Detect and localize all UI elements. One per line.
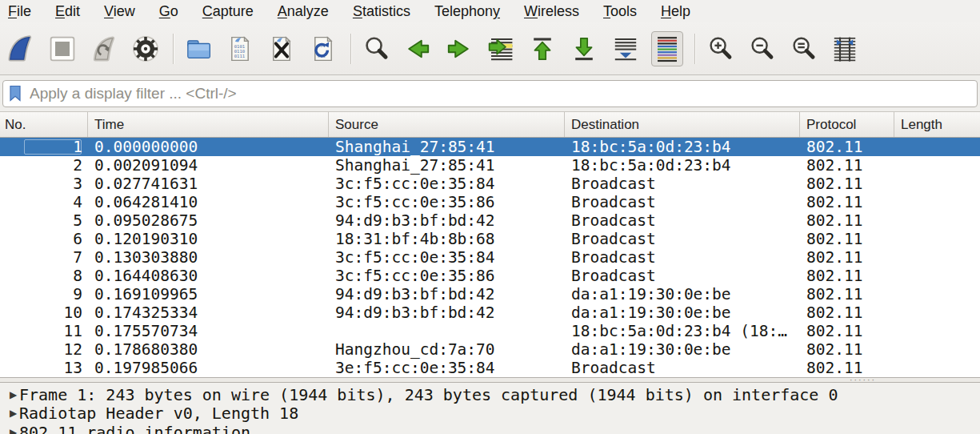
menu-file[interactable]: File <box>8 3 31 20</box>
gear-icon <box>131 34 160 63</box>
close-file-button[interactable] <box>266 31 298 66</box>
capture-options-button[interactable] <box>130 31 162 66</box>
expand-arrow-icon[interactable]: ▶ <box>0 389 19 400</box>
packet-cell-protocol: 802.11 <box>800 156 894 175</box>
packet-cell-protocol: 802.11 <box>800 359 894 377</box>
pane-splitter[interactable]: ······ <box>0 377 980 383</box>
column-header-length[interactable]: Length <box>894 112 980 137</box>
restart-capture-button[interactable] <box>88 31 120 66</box>
packet-cell-time: 0.002091094 <box>88 156 329 175</box>
packet-row[interactable]: 30.0277416313c:f5:cc:0e:35:84Broadcast80… <box>0 175 980 193</box>
packet-cell-destination: 18:bc:5a:0d:23:b4 <box>565 138 800 156</box>
filter-bookmark-icon[interactable] <box>9 85 22 102</box>
detail-row-text: 802.11 radio information <box>19 423 250 434</box>
packet-cell-length <box>894 340 980 359</box>
go-first-button[interactable] <box>526 31 558 66</box>
restart-fin-icon <box>90 34 118 63</box>
column-header-destination[interactable]: Destination <box>565 112 800 137</box>
menu-tools[interactable]: Tools <box>603 3 637 20</box>
packet-cell-protocol: 802.11 <box>800 285 894 303</box>
packet-cell-length <box>894 303 980 322</box>
column-header-protocol[interactable]: Protocol <box>800 112 894 137</box>
folder-icon <box>184 34 213 63</box>
detail-row-radiotap[interactable]: ▶ Radiotap Header v0, Length 18 <box>0 404 980 424</box>
packet-row[interactable]: 130.1979850663e:f5:cc:0e:35:84Broadcast8… <box>0 359 980 377</box>
packet-cell-time: 0.178680380 <box>88 340 329 359</box>
menu-wireless[interactable]: Wireless <box>524 3 579 20</box>
packet-row[interactable]: 80.1644086303c:f5:cc:0e:35:86Broadcast80… <box>0 267 980 285</box>
menu-bar: FileEditViewGoCaptureAnalyzeStatisticsTe… <box>0 0 980 22</box>
stop-capture-button[interactable] <box>46 31 78 66</box>
column-header-source[interactable]: Source <box>329 112 565 137</box>
save-file-button[interactable]: 010101100111 <box>224 31 256 66</box>
menu-go[interactable]: Go <box>159 3 178 20</box>
zoom-100-icon <box>789 34 818 63</box>
colorize-lines-icon <box>653 34 682 63</box>
splitter-handle-icon: ······ <box>850 375 876 385</box>
zoom-in-button[interactable] <box>704 31 736 66</box>
menu-view[interactable]: View <box>104 3 135 20</box>
save-document-icon: 010101100111 <box>226 34 254 63</box>
column-header-no[interactable]: No. <box>0 112 88 137</box>
packet-cell-source: 94:d9:b3:bf:bd:42 <box>329 285 565 303</box>
menu-capture[interactable]: Capture <box>202 3 254 20</box>
packet-cell-length <box>894 193 980 211</box>
packet-cell-destination: Broadcast <box>565 211 800 230</box>
packet-row[interactable]: 40.0642814103c:f5:cc:0e:35:86Broadcast80… <box>0 193 980 211</box>
packet-cell-length <box>894 267 980 285</box>
go-back-button[interactable] <box>402 31 434 66</box>
go-to-packet-button[interactable] <box>485 31 517 66</box>
zoom-in-icon <box>706 34 734 63</box>
zoom-original-button[interactable] <box>787 31 819 66</box>
packet-cell-destination: da:a1:19:30:0e:be <box>565 285 800 303</box>
menu-help[interactable]: Help <box>661 3 690 20</box>
packet-row[interactable]: 120.178680380Hangzhou_cd:7a:70da:a1:19:3… <box>0 340 980 359</box>
packet-cell-time: 0.175570734 <box>88 322 329 340</box>
detail-row-text: Radiotap Header v0, Length 18 <box>19 404 298 423</box>
reload-file-button[interactable]: 101011 <box>307 31 339 66</box>
packet-row[interactable]: 10.000000000Shanghai_27:85:4118:bc:5a:0d… <box>0 138 980 156</box>
packet-row[interactable]: 100.17432533494:d9:b3:bf:bd:42da:a1:19:3… <box>0 303 980 322</box>
packet-cell-source: 3c:f5:cc:0e:35:86 <box>329 193 565 211</box>
menu-telephony[interactable]: Telephony <box>434 3 500 20</box>
toolbar-separator <box>694 34 696 64</box>
packet-row[interactable]: 70.1303038803c:f5:cc:0e:35:84Broadcast80… <box>0 248 980 267</box>
display-filter-box[interactable] <box>2 80 978 107</box>
detail-row-radio-info[interactable]: ▶ 802.11 radio information <box>0 423 980 434</box>
expand-arrow-icon[interactable]: ▶ <box>0 427 19 434</box>
find-packet-button[interactable] <box>360 31 392 66</box>
packet-cell-length <box>894 138 980 156</box>
packet-row[interactable]: 50.09502867594:d9:b3:bf:bd:42Broadcast80… <box>0 211 980 230</box>
expand-arrow-icon[interactable]: ▶ <box>0 408 19 419</box>
auto-scroll-button[interactable] <box>610 31 642 66</box>
column-header-time[interactable]: Time <box>88 112 329 137</box>
toolbar-separator <box>350 34 352 64</box>
colorize-button[interactable] <box>651 31 683 66</box>
packet-cell-source <box>329 322 565 340</box>
go-forward-button[interactable] <box>443 31 475 66</box>
packet-row[interactable]: 60.12019031018:31:bf:4b:8b:68Broadcast80… <box>0 230 980 248</box>
packet-cell-protocol: 802.11 <box>800 248 894 267</box>
scroll-lines-icon <box>611 34 640 63</box>
packet-cell-no: 6 <box>0 230 88 248</box>
packet-cell-destination: Broadcast <box>565 267 800 285</box>
menu-statistics[interactable]: Statistics <box>353 3 410 20</box>
menu-edit[interactable]: Edit <box>55 3 80 20</box>
packet-row[interactable]: 110.17557073418:bc:5a:0d:23:b4 (18:…802.… <box>0 322 980 340</box>
packet-cell-source: 3e:f5:cc:0e:35:84 <box>329 359 565 377</box>
resize-columns-button[interactable] <box>829 31 861 66</box>
arrow-up-bar-icon <box>528 34 557 63</box>
detail-row-frame[interactable]: ▶ Frame 1: 243 bytes on wire (1944 bits)… <box>0 385 980 404</box>
packet-row[interactable]: 90.16910996594:d9:b3:bf:bd:42da:a1:19:30… <box>0 285 980 303</box>
packet-cell-destination: da:a1:19:30:0e:be <box>565 340 800 359</box>
packet-cell-protocol: 802.11 <box>800 322 894 340</box>
go-last-button[interactable] <box>568 31 600 66</box>
display-filter-input[interactable] <box>30 82 977 106</box>
start-capture-button[interactable] <box>5 31 37 66</box>
magnifier-icon <box>362 34 390 63</box>
packet-list-header: No. Time Source Destination Protocol Len… <box>0 112 980 138</box>
menu-analyze[interactable]: Analyze <box>278 3 329 20</box>
open-file-button[interactable] <box>182 31 214 66</box>
zoom-out-button[interactable] <box>746 31 778 66</box>
packet-row[interactable]: 20.002091094Shanghai_27:85:4118:bc:5a:0d… <box>0 156 980 175</box>
